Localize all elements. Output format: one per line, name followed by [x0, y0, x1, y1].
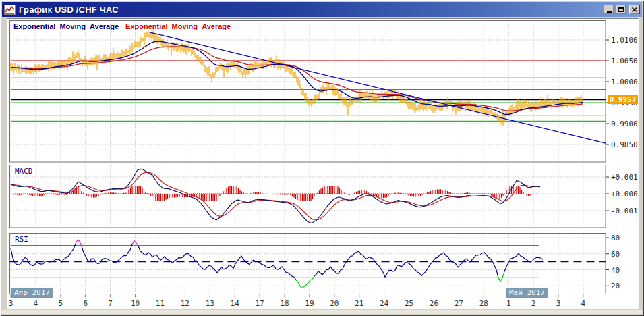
- title-bar[interactable]: График USD /CHF ЧАС: [2, 2, 642, 17]
- minimize-button[interactable]: [604, 5, 614, 14]
- app-icon chart-icon: [4, 5, 16, 15]
- window-bottom-frame: [2, 310, 642, 314]
- chart-window: { "window": { "title": "График USD /CHF …: [0, 0, 644, 316]
- chart-area[interactable]: [7, 18, 639, 309]
- maximize-button[interactable]: [616, 5, 626, 14]
- close-icon: [632, 7, 637, 12]
- window-title: График USD /CHF ЧАС: [19, 5, 604, 15]
- minimize-icon: [607, 11, 612, 13]
- close-button[interactable]: [629, 5, 640, 14]
- maximize-icon: [618, 7, 624, 12]
